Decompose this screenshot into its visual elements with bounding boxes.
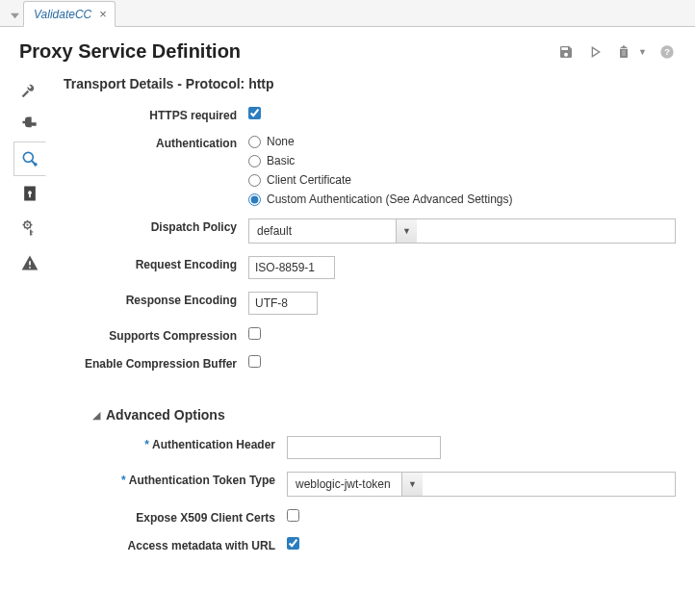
tab-label: ValidateCC	[34, 8, 91, 21]
svg-marker-0	[11, 13, 19, 17]
side-tab-settings[interactable]	[13, 211, 46, 245]
radio-auth-clientcert[interactable]	[248, 174, 261, 187]
close-icon[interactable]: ×	[99, 8, 107, 20]
help-icon: ?	[659, 44, 675, 60]
label-dispatch-policy: Dispatch Policy	[64, 218, 248, 234]
label-access-metadata-url: Access metadata with URL	[64, 537, 287, 552]
chevron-down-icon	[11, 12, 19, 20]
svg-point-10	[26, 224, 28, 226]
label-enable-compression-buffer: Enable Compression Buffer	[64, 355, 248, 371]
search-key-icon	[20, 149, 39, 168]
label-https-required: HTTPS required	[64, 107, 248, 122]
side-tab-alerts[interactable]	[13, 245, 46, 280]
body: Transport Details - Protocol: http HTTPS…	[0, 70, 695, 584]
side-tabs	[13, 72, 46, 584]
page-title: Proxy Service Definition	[19, 40, 241, 63]
save-button[interactable]	[557, 43, 575, 61]
help-button[interactable]: ?	[658, 43, 676, 61]
radio-auth-none-wrap[interactable]: None	[248, 135, 676, 148]
tools-icon	[20, 80, 39, 99]
content: Transport Details - Protocol: http HTTPS…	[46, 70, 695, 584]
svg-point-5	[34, 163, 38, 167]
row-access-metadata-url: Access metadata with URL	[64, 537, 676, 552]
side-tab-security[interactable]	[13, 176, 46, 211]
checkbox-enable-compression-buffer[interactable]	[248, 355, 261, 368]
row-enable-compression-buffer: Enable Compression Buffer	[64, 355, 676, 371]
chevron-down-icon: ▼	[401, 473, 423, 496]
row-response-encoding: Response Encoding	[64, 292, 676, 315]
chevron-down-icon: ▼	[396, 219, 417, 243]
label-authentication: Authentication	[64, 135, 248, 150]
radio-auth-custom-wrap[interactable]: Custom Authentication (See Advanced Sett…	[248, 192, 676, 206]
gear-key-icon	[20, 218, 39, 238]
select-dispatch-policy-value: default	[249, 219, 396, 243]
select-auth-token-type-value: weblogic-jwt-token	[288, 473, 401, 496]
label-auth-header: *Authentication Header	[64, 436, 287, 451]
tab-validatecc[interactable]: ValidateCC ×	[23, 1, 116, 27]
section-title: Transport Details - Protocol: http	[64, 76, 676, 91]
row-expose-x509: Expose X509 Client Certs	[64, 509, 676, 525]
svg-rect-8	[29, 193, 31, 197]
tab-bar: ValidateCC ×	[0, 0, 695, 27]
input-auth-header[interactable]	[287, 436, 441, 459]
radio-auth-basic[interactable]	[248, 155, 261, 167]
select-auth-token-type[interactable]: weblogic-jwt-token ▼	[287, 472, 676, 497]
advanced-header[interactable]: ◢ Advanced Options	[92, 407, 676, 423]
plug-icon	[20, 115, 39, 134]
play-icon	[587, 44, 603, 60]
radio-auth-basic-label: Basic	[267, 154, 295, 167]
label-auth-token-type: *Authentication Token Type	[64, 472, 287, 487]
clipboard-icon	[616, 44, 631, 60]
select-dispatch-policy[interactable]: default ▼	[248, 218, 676, 244]
input-response-encoding[interactable]	[248, 292, 318, 315]
radio-auth-basic-wrap[interactable]: Basic	[248, 154, 676, 167]
row-authentication: Authentication None Basic Client Certifi…	[64, 135, 676, 206]
radio-auth-none[interactable]	[248, 136, 261, 148]
advanced-title: Advanced Options	[106, 407, 225, 423]
tab-list-disclosure[interactable]	[6, 5, 23, 26]
row-supports-compression: Supports Compression	[64, 327, 676, 343]
run-button[interactable]	[586, 43, 604, 61]
input-request-encoding[interactable]	[248, 256, 335, 279]
checkbox-https-required[interactable]	[248, 107, 261, 119]
row-request-encoding: Request Encoding	[64, 256, 676, 279]
svg-text:?: ?	[664, 47, 670, 57]
checkbox-access-metadata-url[interactable]	[287, 537, 299, 550]
label-expose-x509: Expose X509 Client Certs	[64, 509, 287, 525]
side-tab-general[interactable]	[13, 72, 46, 107]
row-dispatch-policy: Dispatch Policy default ▼	[64, 218, 676, 244]
label-response-encoding: Response Encoding	[64, 292, 248, 307]
row-auth-header: *Authentication Header	[64, 436, 676, 459]
checkbox-supports-compression[interactable]	[248, 327, 261, 340]
key-doc-icon	[20, 184, 39, 203]
radio-auth-clientcert-label: Client Certificate	[267, 173, 351, 187]
disclosure-triangle-icon: ◢	[92, 409, 100, 422]
svg-rect-12	[30, 231, 33, 232]
warning-icon	[20, 253, 39, 272]
radio-auth-clientcert-wrap[interactable]: Client Certificate	[248, 173, 676, 187]
save-icon	[558, 44, 574, 60]
header: Proxy Service Definition ▼ ?	[0, 27, 695, 70]
svg-rect-13	[30, 234, 33, 235]
side-tab-transport-details[interactable]	[13, 141, 46, 176]
row-https-required: HTTPS required	[64, 107, 676, 122]
clipboard-button[interactable]	[615, 43, 632, 61]
label-supports-compression: Supports Compression	[64, 327, 248, 343]
radio-auth-custom[interactable]	[248, 193, 261, 206]
clipboard-dropdown-arrow[interactable]: ▼	[638, 47, 647, 57]
row-auth-token-type: *Authentication Token Type weblogic-jwt-…	[64, 472, 676, 497]
side-tab-transport[interactable]	[13, 107, 46, 141]
toolbar: ▼ ?	[557, 43, 676, 61]
radio-auth-none-label: None	[267, 135, 295, 148]
radio-auth-custom-label: Custom Authentication (See Advanced Sett…	[267, 192, 513, 206]
advanced-section: *Authentication Header *Authentication T…	[64, 436, 676, 552]
label-request-encoding: Request Encoding	[64, 256, 248, 271]
checkbox-expose-x509[interactable]	[287, 509, 299, 522]
